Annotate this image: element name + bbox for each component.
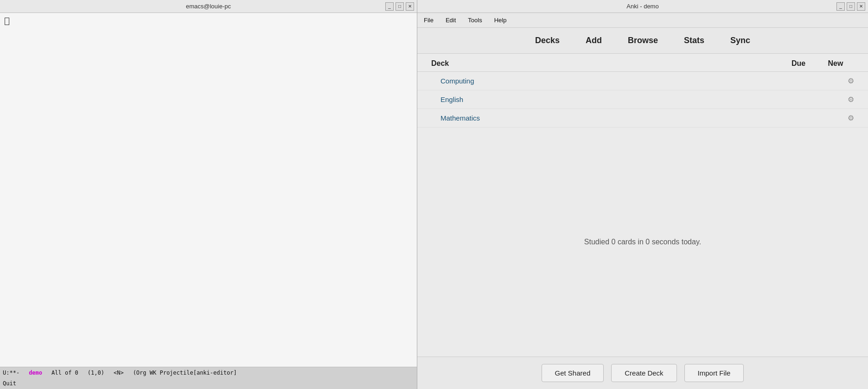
deck-row-mathematics[interactable]: Mathematics ⚙	[417, 109, 868, 128]
emacs-minimize-button[interactable]: _	[385, 2, 394, 11]
emacs-window-controls: _ □ ✕	[385, 2, 414, 11]
emacs-titlebar: emacs@louie-pc _ □ ✕	[0, 0, 417, 13]
get-shared-button[interactable]: Get Shared	[542, 364, 604, 382]
gear-icon-mathematics[interactable]: ⚙	[848, 114, 854, 122]
emacs-buffer-name: demo	[29, 370, 42, 376]
deck-row-computing[interactable]: Computing ⚙	[417, 72, 868, 90]
studied-text: Studied 0 cards in 0 seconds today.	[417, 128, 868, 357]
menu-tools[interactable]: Tools	[466, 16, 484, 25]
emacs-title: emacs@louie-pc	[186, 3, 231, 10]
deck-name-english[interactable]: English	[440, 96, 770, 103]
toolbar-decks[interactable]: Decks	[531, 34, 563, 47]
toolbar-sync[interactable]: Sync	[727, 34, 754, 47]
anki-window: Anki - demo _ □ ✕ File Edit Tools Help D…	[417, 0, 868, 389]
emacs-editor-area[interactable]	[0, 13, 417, 367]
deck-name-mathematics[interactable]: Mathematics	[440, 114, 770, 122]
anki-titlebar: Anki - demo _ □ ✕	[417, 0, 868, 13]
anki-close-button[interactable]: ✕	[857, 2, 865, 11]
import-file-button[interactable]: Import File	[684, 364, 744, 382]
emacs-coords: (1,0)	[88, 370, 104, 376]
anki-window-controls: _ □ ✕	[836, 2, 865, 11]
studied-label: Studied 0 cards in 0 seconds today.	[584, 238, 701, 246]
anki-toolbar: Decks Add Browse Stats Sync	[417, 28, 868, 54]
emacs-cursor	[5, 18, 9, 25]
emacs-bottom-bar: U:**- demo All of 0 (1,0) <N> (Org WK Pr…	[0, 367, 417, 389]
emacs-position: All of 0	[51, 370, 78, 376]
gear-icon-english[interactable]: ⚙	[848, 95, 854, 104]
anki-title: Anki - demo	[626, 3, 658, 10]
deck-row-english[interactable]: English ⚙	[417, 90, 868, 109]
anki-maximize-button[interactable]: □	[847, 2, 855, 11]
deck-name-computing[interactable]: Computing	[440, 77, 770, 85]
create-deck-button[interactable]: Create Deck	[611, 364, 677, 382]
anki-main-content: Deck Due New Computing ⚙ English ⚙ Mathe…	[417, 54, 868, 357]
anki-footer: Get Shared Create Deck Import File	[417, 357, 868, 389]
menu-help[interactable]: Help	[492, 16, 509, 25]
emacs-extra: <N>	[114, 370, 124, 376]
anki-menubar: File Edit Tools Help	[417, 13, 868, 28]
toolbar-browse[interactable]: Browse	[624, 34, 662, 47]
toolbar-stats[interactable]: Stats	[680, 34, 708, 47]
emacs-mode-info: (Org WK Projectile[anki-editor]	[133, 370, 237, 376]
menu-edit[interactable]: Edit	[444, 16, 458, 25]
deck-column-header: Deck	[431, 59, 780, 68]
new-column-header: New	[817, 59, 854, 68]
deck-list-header: Deck Due New	[417, 54, 868, 72]
emacs-maximize-button[interactable]: □	[396, 2, 404, 11]
emacs-mode-indicator: U:**-	[3, 370, 19, 376]
due-column-header: Due	[780, 59, 817, 68]
anki-minimize-button[interactable]: _	[836, 2, 845, 11]
emacs-quit-text: Quit	[3, 380, 16, 387]
emacs-statusbar: U:**- demo All of 0 (1,0) <N> (Org WK Pr…	[0, 367, 417, 378]
emacs-close-button[interactable]: ✕	[406, 2, 414, 11]
menu-file[interactable]: File	[422, 16, 435, 25]
gear-icon-computing[interactable]: ⚙	[848, 77, 854, 85]
emacs-quit-label: Quit	[0, 378, 417, 389]
toolbar-add[interactable]: Add	[582, 34, 606, 47]
emacs-window: emacs@louie-pc _ □ ✕ U:**- demo All of 0…	[0, 0, 417, 389]
